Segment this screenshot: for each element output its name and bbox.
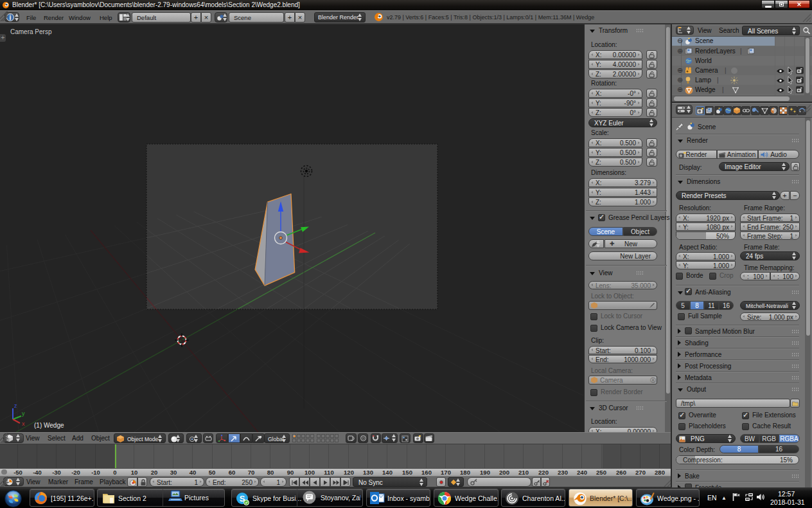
svg-text:y: y xyxy=(22,410,25,417)
svg-text:z: z xyxy=(14,403,17,409)
svg-text:i: i xyxy=(10,14,12,21)
svg-text:x: x xyxy=(22,421,25,427)
